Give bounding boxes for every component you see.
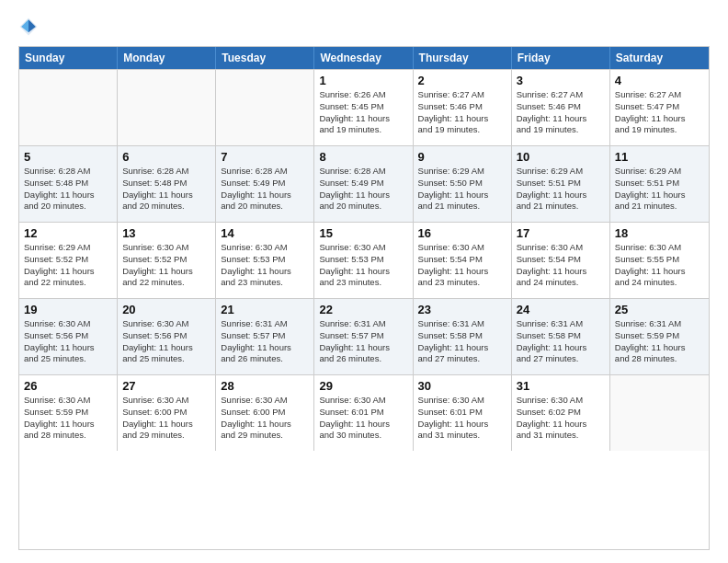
day-info: Sunrise: 6:30 AM Sunset: 6:00 PM Dayligh… bbox=[221, 395, 309, 442]
day-number: 25 bbox=[615, 303, 704, 316]
day-number: 20 bbox=[122, 303, 210, 316]
day-info: Sunrise: 6:31 AM Sunset: 5:59 PM Dayligh… bbox=[615, 318, 704, 365]
day-info: Sunrise: 6:31 AM Sunset: 5:57 PM Dayligh… bbox=[221, 318, 309, 365]
day-cell-25: 25Sunrise: 6:31 AM Sunset: 5:59 PM Dayli… bbox=[610, 299, 709, 374]
day-info: Sunrise: 6:30 AM Sunset: 5:56 PM Dayligh… bbox=[24, 318, 112, 365]
day-cell-empty bbox=[118, 70, 216, 145]
day-info: Sunrise: 6:30 AM Sunset: 5:54 PM Dayligh… bbox=[418, 242, 506, 289]
header-day-tuesday: Tuesday bbox=[216, 47, 314, 69]
day-number: 29 bbox=[319, 379, 407, 393]
day-cell-8: 8Sunrise: 6:28 AM Sunset: 5:49 PM Daylig… bbox=[314, 146, 413, 222]
day-cell-11: 11Sunrise: 6:29 AM Sunset: 5:51 PM Dayli… bbox=[610, 146, 709, 222]
day-number: 1 bbox=[319, 74, 407, 87]
header-day-monday: Monday bbox=[118, 47, 216, 69]
day-cell-1: 1Sunrise: 6:26 AM Sunset: 5:45 PM Daylig… bbox=[314, 70, 413, 145]
day-cell-19: 19Sunrise: 6:30 AM Sunset: 5:56 PM Dayli… bbox=[19, 299, 118, 374]
day-number: 18 bbox=[615, 226, 704, 240]
day-number: 16 bbox=[418, 226, 506, 240]
day-cell-4: 4Sunrise: 6:27 AM Sunset: 5:47 PM Daylig… bbox=[610, 70, 709, 145]
day-info: Sunrise: 6:30 AM Sunset: 6:00 PM Dayligh… bbox=[122, 395, 210, 442]
day-info: Sunrise: 6:28 AM Sunset: 5:48 PM Dayligh… bbox=[122, 166, 210, 213]
calendar-header: SundayMondayTuesdayWednesdayThursdayFrid… bbox=[19, 47, 709, 69]
day-number: 28 bbox=[221, 379, 309, 393]
header-day-friday: Friday bbox=[512, 47, 610, 69]
day-info: Sunrise: 6:30 AM Sunset: 6:01 PM Dayligh… bbox=[319, 395, 407, 442]
day-cell-3: 3Sunrise: 6:27 AM Sunset: 5:46 PM Daylig… bbox=[512, 70, 610, 145]
day-cell-empty bbox=[216, 70, 314, 145]
day-number: 9 bbox=[418, 150, 506, 164]
day-cell-29: 29Sunrise: 6:30 AM Sunset: 6:01 PM Dayli… bbox=[314, 375, 413, 451]
day-cell-14: 14Sunrise: 6:30 AM Sunset: 5:53 PM Dayli… bbox=[216, 223, 314, 298]
day-number: 2 bbox=[418, 74, 506, 87]
day-info: Sunrise: 6:31 AM Sunset: 5:57 PM Dayligh… bbox=[319, 318, 407, 365]
day-number: 27 bbox=[122, 379, 210, 393]
day-info: Sunrise: 6:30 AM Sunset: 6:02 PM Dayligh… bbox=[517, 395, 605, 442]
day-number: 17 bbox=[517, 226, 605, 240]
week-row-3: 19Sunrise: 6:30 AM Sunset: 5:56 PM Dayli… bbox=[19, 298, 709, 374]
day-cell-23: 23Sunrise: 6:31 AM Sunset: 5:58 PM Dayli… bbox=[414, 299, 512, 374]
day-info: Sunrise: 6:27 AM Sunset: 5:46 PM Dayligh… bbox=[517, 89, 605, 136]
day-cell-26: 26Sunrise: 6:30 AM Sunset: 5:59 PM Dayli… bbox=[19, 375, 118, 451]
day-number: 14 bbox=[221, 226, 309, 240]
day-number: 23 bbox=[418, 303, 506, 316]
day-number: 26 bbox=[24, 379, 112, 393]
day-number: 6 bbox=[122, 150, 210, 164]
day-number: 31 bbox=[517, 379, 605, 393]
day-info: Sunrise: 6:27 AM Sunset: 5:46 PM Dayligh… bbox=[418, 89, 506, 136]
day-number: 13 bbox=[122, 226, 210, 240]
day-number: 8 bbox=[319, 150, 407, 164]
day-number: 19 bbox=[24, 303, 112, 316]
week-row-4: 26Sunrise: 6:30 AM Sunset: 5:59 PM Dayli… bbox=[19, 374, 709, 451]
day-cell-13: 13Sunrise: 6:30 AM Sunset: 5:52 PM Dayli… bbox=[118, 223, 216, 298]
day-number: 7 bbox=[221, 150, 309, 164]
header-day-wednesday: Wednesday bbox=[314, 47, 413, 69]
day-cell-15: 15Sunrise: 6:30 AM Sunset: 5:53 PM Dayli… bbox=[314, 223, 413, 298]
day-cell-18: 18Sunrise: 6:30 AM Sunset: 5:55 PM Dayli… bbox=[610, 223, 709, 298]
day-cell-20: 20Sunrise: 6:30 AM Sunset: 5:56 PM Dayli… bbox=[118, 299, 216, 374]
day-cell-16: 16Sunrise: 6:30 AM Sunset: 5:54 PM Dayli… bbox=[414, 223, 512, 298]
day-cell-22: 22Sunrise: 6:31 AM Sunset: 5:57 PM Dayli… bbox=[314, 299, 413, 374]
day-cell-5: 5Sunrise: 6:28 AM Sunset: 5:48 PM Daylig… bbox=[19, 146, 118, 222]
header-day-saturday: Saturday bbox=[610, 47, 709, 69]
day-number: 5 bbox=[24, 150, 112, 164]
day-cell-2: 2Sunrise: 6:27 AM Sunset: 5:46 PM Daylig… bbox=[414, 70, 512, 145]
day-info: Sunrise: 6:28 AM Sunset: 5:48 PM Dayligh… bbox=[24, 166, 112, 213]
day-cell-9: 9Sunrise: 6:29 AM Sunset: 5:50 PM Daylig… bbox=[414, 146, 512, 222]
header-day-sunday: Sunday bbox=[19, 47, 118, 69]
week-row-2: 12Sunrise: 6:29 AM Sunset: 5:52 PM Dayli… bbox=[19, 222, 709, 298]
day-number: 21 bbox=[221, 303, 309, 316]
day-cell-10: 10Sunrise: 6:29 AM Sunset: 5:51 PM Dayli… bbox=[512, 146, 610, 222]
day-info: Sunrise: 6:31 AM Sunset: 5:58 PM Dayligh… bbox=[418, 318, 506, 365]
logo-icon bbox=[18, 17, 39, 37]
day-info: Sunrise: 6:30 AM Sunset: 5:53 PM Dayligh… bbox=[319, 242, 407, 289]
day-info: Sunrise: 6:28 AM Sunset: 5:49 PM Dayligh… bbox=[221, 166, 309, 213]
day-info: Sunrise: 6:29 AM Sunset: 5:51 PM Dayligh… bbox=[615, 166, 704, 213]
day-cell-24: 24Sunrise: 6:31 AM Sunset: 5:58 PM Dayli… bbox=[512, 299, 610, 374]
day-number: 24 bbox=[517, 303, 605, 316]
day-cell-12: 12Sunrise: 6:29 AM Sunset: 5:52 PM Dayli… bbox=[19, 223, 118, 298]
day-cell-21: 21Sunrise: 6:31 AM Sunset: 5:57 PM Dayli… bbox=[216, 299, 314, 374]
day-info: Sunrise: 6:29 AM Sunset: 5:52 PM Dayligh… bbox=[24, 242, 112, 289]
day-info: Sunrise: 6:30 AM Sunset: 5:54 PM Dayligh… bbox=[517, 242, 605, 289]
page: SundayMondayTuesdayWednesdayThursdayFrid… bbox=[0, 0, 728, 563]
day-cell-28: 28Sunrise: 6:30 AM Sunset: 6:00 PM Dayli… bbox=[216, 375, 314, 451]
day-info: Sunrise: 6:30 AM Sunset: 5:53 PM Dayligh… bbox=[221, 242, 309, 289]
day-number: 10 bbox=[517, 150, 605, 164]
day-info: Sunrise: 6:27 AM Sunset: 5:47 PM Dayligh… bbox=[615, 89, 704, 136]
day-info: Sunrise: 6:26 AM Sunset: 5:45 PM Dayligh… bbox=[319, 89, 407, 136]
header-day-thursday: Thursday bbox=[414, 47, 512, 69]
day-number: 4 bbox=[615, 74, 704, 87]
day-info: Sunrise: 6:29 AM Sunset: 5:50 PM Dayligh… bbox=[418, 166, 506, 213]
week-row-0: 1Sunrise: 6:26 AM Sunset: 5:45 PM Daylig… bbox=[19, 69, 709, 145]
day-number: 12 bbox=[24, 226, 112, 240]
header bbox=[18, 17, 710, 37]
day-info: Sunrise: 6:30 AM Sunset: 6:01 PM Dayligh… bbox=[418, 395, 506, 442]
day-info: Sunrise: 6:29 AM Sunset: 5:51 PM Dayligh… bbox=[517, 166, 605, 213]
day-cell-6: 6Sunrise: 6:28 AM Sunset: 5:48 PM Daylig… bbox=[118, 146, 216, 222]
day-cell-empty bbox=[610, 375, 709, 451]
day-cell-17: 17Sunrise: 6:30 AM Sunset: 5:54 PM Dayli… bbox=[512, 223, 610, 298]
day-info: Sunrise: 6:31 AM Sunset: 5:58 PM Dayligh… bbox=[517, 318, 605, 365]
day-info: Sunrise: 6:30 AM Sunset: 5:59 PM Dayligh… bbox=[24, 395, 112, 442]
logo bbox=[18, 17, 42, 37]
day-info: Sunrise: 6:30 AM Sunset: 5:56 PM Dayligh… bbox=[122, 318, 210, 365]
